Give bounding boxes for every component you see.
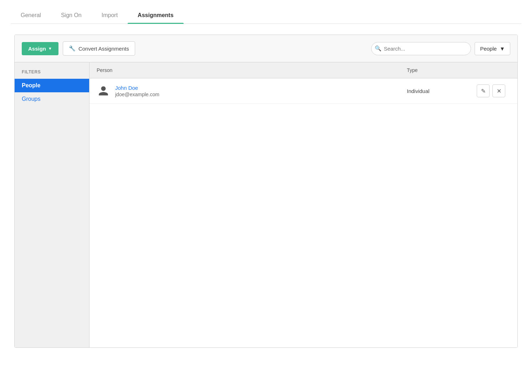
person-email: jdoe@example.com — [115, 92, 159, 97]
toolbar: Assign ▼ 🔧 Convert Assignments 🔍 People … — [15, 35, 517, 62]
edit-button[interactable]: ✎ — [477, 84, 490, 97]
tab-sign-on[interactable]: Sign On — [51, 7, 92, 24]
tab-assignments[interactable]: Assignments — [128, 7, 183, 24]
search-wrapper: 🔍 — [371, 42, 471, 55]
sidebar: FILTERS People Groups — [15, 62, 89, 347]
column-type-header: Type — [400, 62, 471, 78]
person-icon — [98, 85, 109, 97]
content-area: FILTERS People Groups Person Type — [15, 62, 517, 347]
people-dropdown-button[interactable]: People ▼ — [475, 42, 510, 55]
tab-general[interactable]: General — [11, 7, 51, 24]
main-content: Assign ▼ 🔧 Convert Assignments 🔍 People … — [11, 24, 521, 359]
remove-button[interactable]: ✕ — [492, 84, 505, 97]
assign-label: Assign — [28, 46, 46, 52]
person-name[interactable]: John Doe — [115, 85, 159, 91]
toolbar-right: 🔍 People ▼ — [371, 42, 510, 55]
people-dropdown-chevron-icon: ▼ — [500, 46, 505, 52]
table-row: John Doe jdoe@example.com Individual ✎ ✕ — [89, 78, 517, 104]
person-info: John Doe jdoe@example.com — [115, 85, 159, 97]
sidebar-item-people[interactable]: People — [15, 79, 89, 92]
filters-label: FILTERS — [15, 69, 89, 79]
sidebar-item-groups[interactable]: Groups — [15, 92, 89, 106]
assign-chevron-icon: ▼ — [48, 46, 52, 51]
column-person-header: Person — [89, 62, 400, 78]
assign-button[interactable]: Assign ▼ — [22, 42, 58, 55]
table-area: Person Type Jo — [89, 62, 517, 347]
close-icon: ✕ — [497, 88, 501, 94]
search-input[interactable] — [371, 42, 471, 55]
actions-cell: ✎ ✕ — [471, 84, 517, 97]
edit-icon: ✎ — [481, 88, 486, 94]
table-header: Person Type — [89, 62, 517, 78]
avatar — [97, 84, 110, 98]
column-actions-header — [471, 62, 517, 78]
convert-assignments-button[interactable]: 🔧 Convert Assignments — [63, 41, 135, 56]
people-dropdown-label: People — [480, 46, 497, 52]
search-icon: 🔍 — [375, 45, 382, 52]
tab-import[interactable]: Import — [92, 7, 128, 24]
assignments-panel: Assign ▼ 🔧 Convert Assignments 🔍 People … — [14, 35, 518, 348]
wrench-icon: 🔧 — [69, 45, 76, 52]
type-cell: Individual — [400, 88, 471, 94]
person-cell: John Doe jdoe@example.com — [89, 84, 400, 98]
convert-label: Convert Assignments — [78, 46, 129, 52]
tab-navigation: General Sign On Import Assignments — [11, 0, 521, 24]
